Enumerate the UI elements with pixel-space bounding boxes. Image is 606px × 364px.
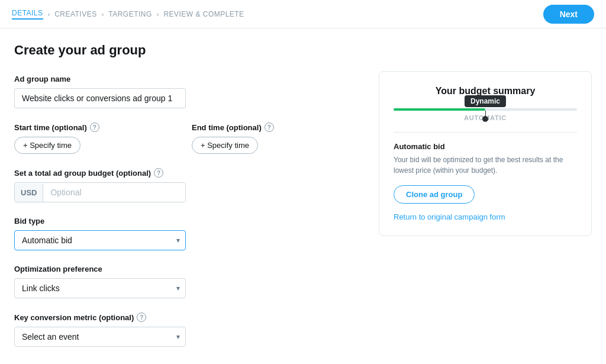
header: DETAILS › CREATIVES › TARGETING › REVIEW… <box>0 0 606 28</box>
ad-group-name-input[interactable] <box>14 88 186 108</box>
return-to-campaign-link[interactable]: Return to original campaign form <box>394 212 505 221</box>
automatic-bid-title: Automatic bid <box>394 142 577 151</box>
optimization-select[interactable]: Link clicks Impressions <box>14 278 186 298</box>
time-row: Start time (optional) ? + Specify time E… <box>14 123 355 154</box>
slider-wrap: Dynamic <box>394 108 577 111</box>
slider-dot <box>482 116 488 122</box>
budget-info-icon[interactable]: ? <box>154 168 163 178</box>
breadcrumb-review[interactable]: REVIEW & COMPLETE <box>163 10 244 18</box>
slider-track[interactable] <box>394 108 577 111</box>
optimization-select-wrap: Link clicks Impressions ▾ <box>14 278 186 298</box>
automatic-bid-desc: Your bid will be optimized to get the be… <box>394 154 577 176</box>
budget-summary-card: Your budget summary Dynamic AUTOMATIC Au… <box>379 71 592 236</box>
end-time-button[interactable]: + Specify time <box>192 137 258 154</box>
sidebar-column: Your budget summary Dynamic AUTOMATIC Au… <box>379 43 592 361</box>
start-time-label: Start time (optional) ? <box>14 123 178 132</box>
budget-group: Set a total ad group budget (optional) ?… <box>14 168 355 202</box>
start-time-group: Start time (optional) ? + Specify time <box>14 123 178 154</box>
main-content: Create your ad group Ad group name Start… <box>0 28 606 364</box>
breadcrumb-details[interactable]: DETAILS <box>12 9 43 20</box>
bid-type-group: Bid type Automatic bid Target cost Maxim… <box>14 217 355 250</box>
clone-ad-group-button[interactable]: Clone ad group <box>394 185 475 204</box>
next-button[interactable]: Next <box>543 5 594 24</box>
breadcrumb-creatives[interactable]: CREATIVES <box>54 10 96 18</box>
bid-type-select-wrap: Automatic bid Target cost Maximum bid ▾ <box>14 230 186 250</box>
breadcrumb-sep-2: › <box>102 11 104 18</box>
bid-type-label: Bid type <box>14 217 355 226</box>
budget-input[interactable] <box>43 183 185 202</box>
key-conversion-select[interactable]: Select an event <box>14 327 186 347</box>
end-time-label: End time (optional) ? <box>192 123 355 132</box>
budget-prefix: USD <box>15 183 43 202</box>
optimization-group: Optimization preference Link clicks Impr… <box>14 265 355 298</box>
budget-label: Set a total ad group budget (optional) ? <box>14 168 355 178</box>
slider-tooltip: Dynamic <box>465 95 506 107</box>
key-conversion-label: Key conversion metric (optional) ? <box>14 313 355 322</box>
ad-group-name-group: Ad group name <box>14 75 355 108</box>
end-time-info-icon[interactable]: ? <box>265 123 274 132</box>
budget-input-wrap: USD <box>14 182 186 202</box>
key-conversion-group: Key conversion metric (optional) ? Selec… <box>14 313 355 347</box>
end-time-group: End time (optional) ? + Specify time <box>192 123 355 154</box>
start-time-info-icon[interactable]: ? <box>90 123 99 132</box>
start-time-button[interactable]: + Specify time <box>14 137 80 154</box>
key-conversion-select-wrap: Select an event ▾ <box>14 327 186 347</box>
ad-group-name-label: Ad group name <box>14 75 355 83</box>
form-column: Create your ad group Ad group name Start… <box>14 43 355 361</box>
optimization-label: Optimization preference <box>14 265 355 273</box>
bid-type-select[interactable]: Automatic bid Target cost Maximum bid <box>14 230 186 250</box>
key-conversion-info-icon[interactable]: ? <box>137 313 146 322</box>
breadcrumb-targeting[interactable]: TARGETING <box>108 10 152 18</box>
slider-fill <box>394 108 485 111</box>
page-title: Create your ad group <box>14 43 355 58</box>
automatic-bid-section: Automatic bid Your bid will be optimized… <box>394 132 577 221</box>
breadcrumb: DETAILS › CREATIVES › TARGETING › REVIEW… <box>12 9 244 20</box>
breadcrumb-sep-3: › <box>157 11 159 18</box>
breadcrumb-sep-1: › <box>48 11 50 18</box>
